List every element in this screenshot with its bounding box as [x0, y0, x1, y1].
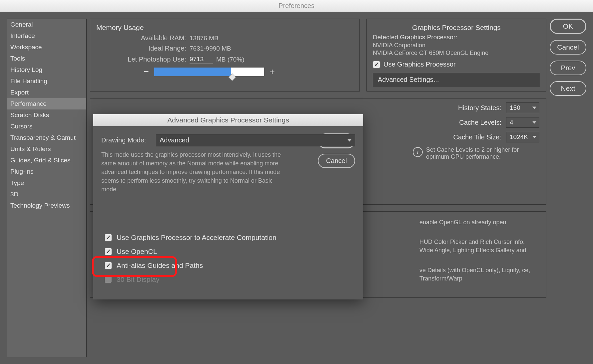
- cache-levels-select[interactable]: 4: [506, 117, 539, 128]
- slider-increase-button[interactable]: +: [269, 67, 276, 77]
- sidebar-item-performance[interactable]: Performance: [7, 98, 86, 109]
- advanced-settings-button[interactable]: Advanced Settings...: [373, 73, 540, 87]
- sidebar-item-interface[interactable]: Interface: [7, 30, 86, 42]
- use-opencl-checkbox[interactable]: [105, 248, 112, 255]
- gpu-device: NVIDIA GeForce GT 650M OpenGL Engine: [373, 50, 540, 57]
- sidebar-item-workspace[interactable]: Workspace: [7, 42, 86, 53]
- memory-usage-title: Memory Usage: [96, 24, 353, 32]
- prev-button[interactable]: Prev: [550, 61, 586, 75]
- sidebar-item-cursors[interactable]: Cursors: [7, 121, 86, 132]
- drawing-mode-label: Drawing Mode:: [101, 136, 151, 144]
- ok-button[interactable]: OK: [550, 19, 586, 34]
- available-ram-label: Available RAM:: [96, 34, 186, 42]
- dialog-title: Advanced Graphics Processor Settings: [93, 114, 363, 126]
- cache-tile-size-select[interactable]: 1024K: [506, 132, 539, 142]
- 30-bit-display-checkbox: [105, 276, 112, 283]
- cache-hint-text: Set Cache Levels to 2 or higher for opti…: [426, 146, 539, 160]
- sidebar-item-technology-previews[interactable]: Technology Previews: [7, 200, 86, 211]
- use-opencl-label: Use OpenCL: [117, 248, 157, 256]
- sidebar-item-file-handling[interactable]: File Handling: [7, 76, 86, 87]
- memory-slider[interactable]: [154, 68, 264, 76]
- hint-opengl-already-open: enable OpenGL on already open: [419, 218, 539, 227]
- history-states-label: History States:: [458, 104, 501, 112]
- slider-decrease-button[interactable]: −: [143, 67, 150, 77]
- use-graphics-processor-label: Use Graphics Processor: [383, 61, 456, 68]
- sidebar-item-history-log[interactable]: History Log: [7, 64, 86, 76]
- memory-usage-group: Memory Usage Available RAM:13876 MB Idea…: [90, 19, 360, 91]
- sidebar-item-plug-ins[interactable]: Plug-Ins: [7, 166, 86, 177]
- cancel-button[interactable]: Cancel: [550, 40, 586, 55]
- let-photoshop-use-input[interactable]: [190, 55, 213, 64]
- window-title: Preferences: [0, 0, 593, 12]
- sidebar-item-export[interactable]: Export: [7, 87, 86, 98]
- drawing-mode-select[interactable]: Advanced: [156, 134, 355, 146]
- sidebar-item-units-rulers[interactable]: Units & Rulers: [7, 143, 86, 155]
- dialog-cancel-button[interactable]: Cancel: [318, 154, 355, 168]
- let-photoshop-use-unit: MB (70%): [216, 56, 244, 63]
- info-icon: i: [413, 147, 423, 157]
- let-photoshop-use-label: Let Photoshop Use:: [96, 56, 186, 63]
- cache-tile-size-label: Cache Tile Size:: [453, 133, 501, 141]
- sidebar-item-guides-grid-slices[interactable]: Guides, Grid & Slices: [7, 155, 86, 166]
- sidebar-item-scratch-disks[interactable]: Scratch Disks: [7, 109, 86, 121]
- sidebar: General Interface Workspace Tools Histor…: [7, 19, 87, 357]
- sidebar-item-transparency-gamut[interactable]: Transparency & Gamut: [7, 132, 86, 143]
- 30-bit-display-label: 30 Bit Display: [117, 275, 159, 283]
- sidebar-item-general[interactable]: General: [7, 19, 86, 30]
- ideal-range-label: Ideal Range:: [96, 45, 186, 52]
- use-graphics-processor-checkbox[interactable]: [373, 61, 380, 68]
- advanced-gpu-settings-dialog: Advanced Graphics Processor Settings OK …: [93, 114, 363, 299]
- available-ram-value: 13876 MB: [190, 35, 219, 42]
- drawing-mode-description: This mode uses the graphics processor mo…: [101, 150, 288, 194]
- gpu-vendor: NVIDIA Corporation: [373, 42, 540, 49]
- ideal-range-value: 7631-9990 MB: [190, 45, 231, 52]
- anti-alias-guides-checkbox[interactable]: [105, 262, 112, 269]
- graphics-processor-group: Graphics Processor Settings Detected Gra…: [366, 19, 546, 91]
- hint-opencl-details: ve Details (with OpenCL only), Liquify, …: [419, 266, 539, 283]
- history-states-select[interactable]: 150: [506, 102, 539, 113]
- use-gpu-accelerate-checkbox[interactable]: [105, 234, 112, 241]
- hint-hud-color-picker: HUD Color Picker and Rich Cursor info, W…: [419, 238, 539, 255]
- cache-levels-label: Cache Levels:: [459, 119, 501, 126]
- sidebar-item-type[interactable]: Type: [7, 177, 86, 189]
- sidebar-item-3d[interactable]: 3D: [7, 189, 86, 200]
- anti-alias-guides-label: Anti-alias Guides and Paths: [117, 262, 203, 270]
- graphics-processor-title: Graphics Processor Settings: [373, 24, 540, 32]
- sidebar-item-tools[interactable]: Tools: [7, 53, 86, 64]
- use-gpu-accelerate-label: Use Graphics Processor to Accelerate Com…: [117, 234, 277, 242]
- next-button[interactable]: Next: [550, 81, 586, 96]
- detected-gpu-label: Detected Graphics Processor:: [373, 34, 540, 41]
